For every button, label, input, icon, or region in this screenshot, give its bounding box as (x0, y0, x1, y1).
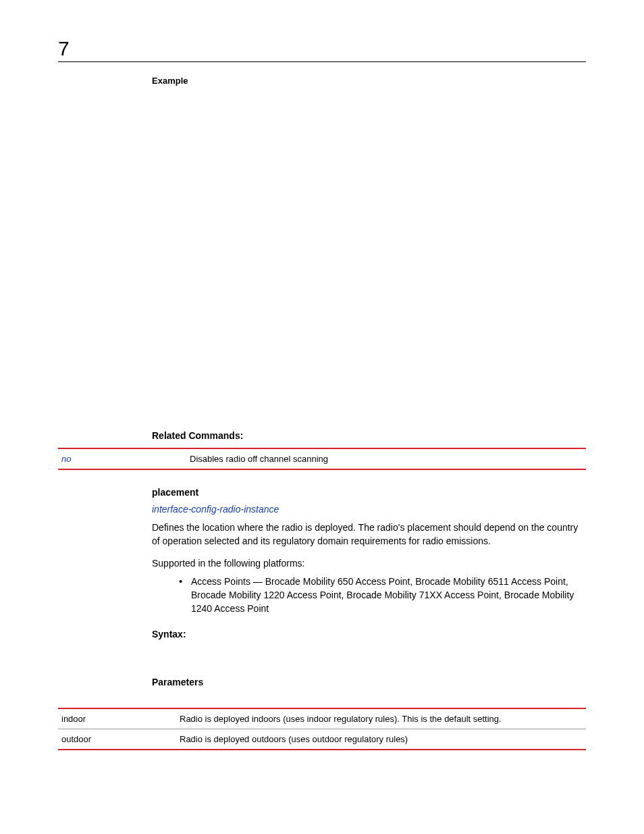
param-name: outdoor (58, 729, 180, 750)
bullet-list: • Access Points — Brocade Mobility 650 A… (179, 575, 586, 616)
command-description: Disables radio off channel scanning (190, 448, 586, 469)
related-commands-heading: Related Commands: (152, 430, 586, 441)
parameters-table: indoor Radio is deployed indoors (uses i… (58, 708, 586, 750)
interface-link[interactable]: interface-config-radio-instance (152, 504, 279, 515)
content-block: placement interface-config-radio-instanc… (152, 487, 586, 687)
placement-heading: placement (152, 487, 586, 498)
table-row: no Disables radio off channel scanning (58, 448, 586, 469)
supported-platforms-label: Supported in the following platforms: (152, 558, 586, 569)
table-row: indoor Radio is deployed indoors (uses i… (58, 708, 586, 729)
parameters-heading: Parameters (152, 677, 586, 687)
body-paragraph: Defines the location where the radio is … (152, 521, 586, 548)
table-row: outdoor Radio is deployed outdoors (uses… (58, 729, 586, 750)
param-name: indoor (58, 708, 180, 729)
bullet-text: Access Points — Brocade Mobility 650 Acc… (191, 575, 586, 616)
param-description: Radio is deployed outdoors (uses outdoor… (180, 729, 586, 750)
page: 7 Example Related Commands: no Disables … (0, 0, 644, 834)
command-name-link[interactable]: no (58, 448, 190, 469)
related-commands-table: no Disables radio off channel scanning (58, 448, 586, 470)
syntax-heading: Syntax: (152, 629, 586, 640)
example-heading: Example (152, 76, 586, 86)
param-description: Radio is deployed indoors (uses indoor r… (180, 708, 586, 729)
chapter-number: 7 (58, 37, 586, 60)
bullet-icon: • (179, 575, 191, 588)
chapter-rule (58, 61, 586, 62)
list-item: • Access Points — Brocade Mobility 650 A… (179, 575, 586, 616)
content-block: Example Related Commands: (152, 76, 586, 441)
